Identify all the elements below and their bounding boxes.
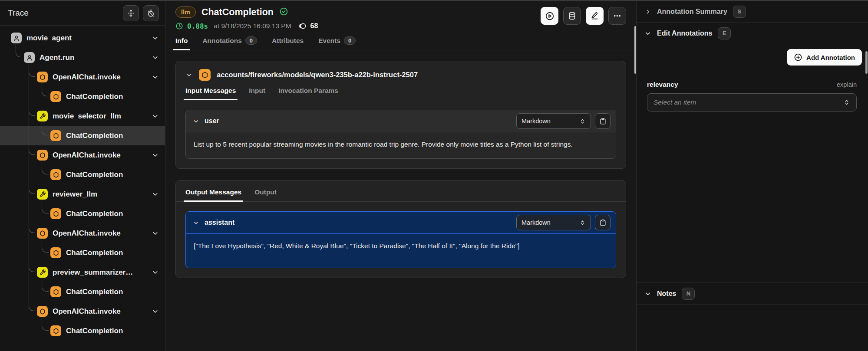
- trace-tree-row[interactable]: ChatCompletion: [0, 282, 165, 302]
- notes-section: Notes N: [637, 282, 868, 305]
- tab-invocation-params[interactable]: Invocation Params: [278, 87, 338, 100]
- llm-icon: [50, 169, 61, 180]
- span-name-label: ChatCompletion: [66, 249, 123, 257]
- span-name-label: ChatCompletion: [66, 171, 123, 179]
- chevron-down-icon[interactable]: [152, 151, 159, 159]
- shortcut-badge: N: [682, 288, 695, 300]
- trace-tree-row[interactable]: movie_agent: [0, 28, 165, 48]
- llm-icon: [50, 247, 61, 258]
- edit-pencil-icon: [590, 11, 599, 20]
- annotation-name-label: relevancy: [647, 81, 678, 89]
- chevron-down-icon[interactable]: [152, 269, 159, 276]
- span-info-content: accounts/fireworks/models/qwen3-235b-a22…: [165, 50, 636, 289]
- trace-tree-row[interactable]: ChatCompletion: [0, 243, 165, 262]
- annotation-summary-accordion[interactable]: Annotation Summary S: [637, 1, 868, 23]
- tab-output-messages[interactable]: Output Messages: [185, 188, 241, 201]
- status-ok-icon: [279, 7, 288, 18]
- chevron-down-icon[interactable]: [152, 112, 159, 120]
- message-format-select[interactable]: Markdown: [516, 113, 591, 129]
- span-name-label: movie_agent: [26, 34, 72, 43]
- copy-message-button[interactable]: [595, 215, 611, 230]
- collapse-card-chevron-icon[interactable]: [185, 71, 193, 79]
- timer-off-icon: [147, 9, 155, 17]
- llm-icon: [50, 286, 61, 297]
- tab-output[interactable]: Output: [254, 188, 277, 201]
- llm-icon: [37, 228, 48, 239]
- chevron-down-icon[interactable]: [152, 34, 159, 42]
- tab-annotations[interactable]: Annotations0: [202, 36, 257, 50]
- span-name-label: reviewer_llm: [53, 190, 97, 199]
- llm-icon: [50, 130, 61, 141]
- chevron-down-icon[interactable]: [152, 308, 159, 315]
- annotations-panel: Annotation Summary S Edit Annotations E …: [637, 1, 868, 351]
- output-card: Output Messages Output assistant Mark: [175, 180, 626, 278]
- trace-tree-row[interactable]: movie_selector_llm: [0, 106, 165, 126]
- tab-info[interactable]: Info: [175, 37, 188, 50]
- trace-tree-row[interactable]: OpenAIChat.invoke: [0, 223, 165, 243]
- trace-tree-sidebar: Trace movie_agentAg: [0, 1, 165, 351]
- play-circle-icon: [545, 11, 554, 21]
- trace-tree-row[interactable]: reviewer_llm: [0, 184, 165, 204]
- span-name-label: OpenAIChat.invoke: [53, 73, 121, 82]
- trace-tree-row[interactable]: preview_summarizer…: [0, 262, 165, 282]
- notes-accordion[interactable]: Notes N: [637, 283, 868, 305]
- annotation-field: relevancy explain Select an item: [637, 71, 868, 112]
- trace-tree-row[interactable]: ChatCompletion: [0, 321, 165, 341]
- agent-icon: [24, 52, 35, 63]
- span-name-label: ChatCompletion: [66, 92, 123, 101]
- llm-icon: [50, 208, 61, 219]
- span-timestamp: at 9/18/2025 16:09:13 PM: [214, 22, 291, 30]
- span-name-label: ChatCompletion: [66, 288, 123, 296]
- model-name: accounts/fireworks/models/qwen3-235b-a22…: [217, 71, 418, 79]
- annotation-summary-label: Annotation Summary: [657, 8, 727, 16]
- main-scrollbar-thumb[interactable]: [634, 26, 636, 74]
- expand-collapse-all-button[interactable]: [123, 5, 139, 21]
- more-options-button[interactable]: [608, 7, 626, 25]
- playground-button[interactable]: [541, 7, 558, 25]
- annotation-value-select[interactable]: Select an item: [647, 93, 857, 112]
- collapse-message-chevron-icon[interactable]: [193, 118, 199, 125]
- trace-tree-row[interactable]: Agent.run: [0, 48, 165, 67]
- page-scrollbar-thumb[interactable]: [865, 51, 868, 74]
- span-detail-panel: llm ChatCompletion 0.88s at 9/18/2025 16…: [165, 1, 637, 351]
- toggle-timing-button[interactable]: [143, 5, 159, 21]
- explain-link[interactable]: explain: [837, 81, 857, 88]
- chevron-down-icon[interactable]: [152, 230, 159, 237]
- clipboard-icon: [599, 219, 607, 226]
- ellipsis-icon: [613, 11, 622, 20]
- chevron-down-icon[interactable]: [152, 73, 159, 81]
- message-role-label: assistant: [205, 219, 234, 226]
- trace-tree-row[interactable]: OpenAIChat.invoke: [0, 302, 165, 321]
- chevron-down-icon[interactable]: [152, 190, 159, 198]
- tab-attributes[interactable]: Attributes: [272, 37, 304, 50]
- trace-tree-row[interactable]: ChatCompletion: [0, 165, 165, 184]
- trace-tree-row[interactable]: OpenAIChat.invoke: [0, 145, 165, 165]
- trace-tree-row[interactable]: ChatCompletion: [0, 87, 165, 106]
- chevron-down-icon: [644, 30, 651, 37]
- span-name-label: ChatCompletion: [66, 210, 123, 218]
- trace-tree-row[interactable]: ChatCompletion: [0, 126, 165, 145]
- message-format-select[interactable]: Markdown: [516, 215, 591, 230]
- chevron-down-icon[interactable]: [152, 54, 159, 61]
- copy-message-button[interactable]: [595, 113, 611, 129]
- span-kind-badge: llm: [175, 7, 196, 18]
- span-header: llm ChatCompletion 0.88s at 9/18/2025 16…: [165, 1, 636, 30]
- input-tabs: Input Messages Input Invocation Params: [176, 87, 626, 100]
- add-annotation-button[interactable]: Add Annotation: [787, 49, 862, 66]
- trace-tree: movie_agentAgent.runOpenAIChat.invokeCha…: [0, 26, 165, 351]
- shortcut-badge: S: [733, 6, 746, 18]
- tab-input-messages[interactable]: Input Messages: [185, 87, 236, 100]
- edit-annotations-accordion[interactable]: Edit Annotations E: [637, 23, 868, 44]
- collapse-message-chevron-icon[interactable]: [193, 220, 199, 226]
- span-name-label: ChatCompletion: [66, 131, 123, 140]
- trace-tree-row[interactable]: ChatCompletion: [0, 204, 165, 223]
- edit-annotations-label: Edit Annotations: [657, 30, 712, 37]
- dataset-button[interactable]: [563, 7, 581, 25]
- tab-events[interactable]: Events0: [318, 36, 356, 50]
- annotate-button[interactable]: [586, 7, 604, 25]
- tab-input[interactable]: Input: [249, 87, 265, 100]
- user-message-card: user Markdown: [185, 110, 616, 159]
- chevron-right-icon: [644, 8, 651, 15]
- llm-span-card: accounts/fireworks/models/qwen3-235b-a22…: [175, 61, 626, 169]
- trace-tree-row[interactable]: OpenAIChat.invoke: [0, 67, 165, 87]
